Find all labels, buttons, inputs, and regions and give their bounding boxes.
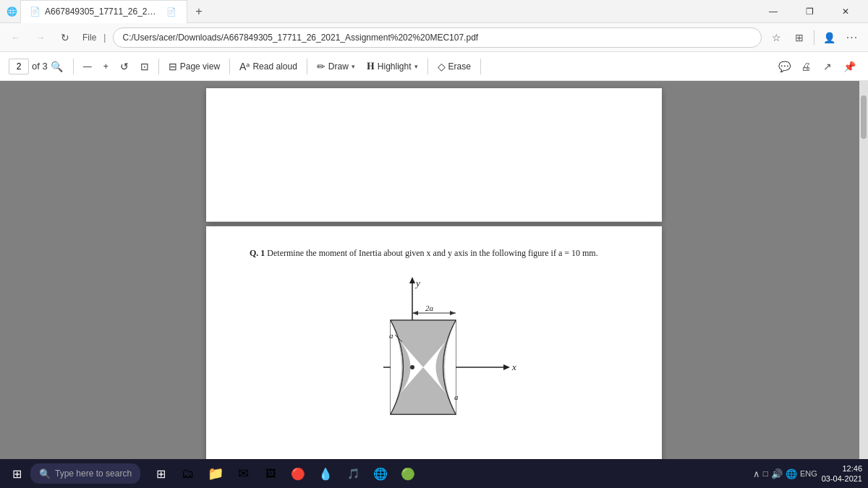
toolbar-separator-3 [229,59,230,74]
refresh-button[interactable]: ↻ [55,27,75,48]
system-tray: ∧ □ 🔊 🌐 ENG [753,468,817,479]
page-number-input[interactable] [9,59,29,74]
tray-expand-icon[interactable]: ∧ [753,468,760,479]
toolbar-right-icons: 💬 🖨 ↗ 📌 [774,56,859,77]
svg-marker-3 [503,364,510,370]
taskbar: ⊞ 🔍 Type here to search ⊞ 🗂 📁 ✉ 🖼 🔴 💧 🎵 … [0,459,868,488]
title-bar: 🌐 📄 A667849305_17711_26_2021_As 📄 + — ❐ … [0,0,868,23]
active-tab[interactable]: 📄 A667849305_17711_26_2021_As 📄 [20,0,187,23]
page-view-button[interactable]: ⊟ Page view [163,56,225,77]
search-icon[interactable]: 🔍 [51,61,63,72]
share-button[interactable]: ↗ [817,56,838,77]
svg-text:x: x [511,361,516,372]
taskbar-app-edge[interactable]: 🌐 [367,461,393,487]
toolbar-separator-4 [307,59,307,74]
pdf-pages: Q. 1 Determine the moment of Inertia abo… [206,88,662,459]
svg-text:a: a [389,331,393,340]
figure-container: y x O [250,273,618,432]
taskbar-app-vlc[interactable]: 🎵 [340,461,366,487]
taskbar-right: ∧ □ 🔊 🌐 ENG 12:46 03-04-2021 [753,463,862,484]
file-indicator: File [82,33,96,43]
tray-volume-icon[interactable]: 🔊 [771,468,783,479]
svg-text:y: y [414,278,420,288]
tray-lang-icon[interactable]: ENG [800,469,817,478]
pdf-page-top [206,88,662,222]
zoom-in-button[interactable]: + [98,56,114,77]
page-view-icon: ⊟ [169,61,177,72]
pin-button[interactable]: 📌 [839,56,859,77]
taskbar-app-firefox[interactable]: 🔴 [285,461,311,487]
svg-marker-12 [450,311,456,315]
svg-marker-1 [409,277,415,283]
forward-button[interactable]: → [30,27,51,48]
taskbar-clock[interactable]: 12:46 03-04-2021 [822,463,862,484]
page-total: of 3 [32,61,48,72]
taskbar-app-photo[interactable]: 🖼 [258,461,284,487]
address-bar: ← → ↻ File | ☆ ⊞ 👤 ··· [0,23,868,52]
highlight-icon: 𝐇 [367,60,375,72]
close-button[interactable]: ✕ [829,0,862,23]
address-input[interactable] [113,27,762,48]
taskbar-app-folder[interactable]: 📁 [203,461,229,487]
read-aloud-icon: Aᵃ [239,61,250,72]
tray-network-icon[interactable]: 🌐 [786,468,797,479]
svg-marker-11 [412,311,418,315]
pdf-page-top-content [206,88,662,222]
minimize-button[interactable]: — [757,0,790,23]
pdf-page-bottom: Q. 1 Determine the moment of Inertia abo… [206,226,662,459]
title-bar-left: 🌐 📄 A667849305_17711_26_2021_As 📄 + [6,0,208,23]
fit-button[interactable]: ⊡ [135,56,154,77]
taskbar-app-chrome[interactable]: 🟢 [395,461,421,487]
rotate-button[interactable]: ↺ [115,56,134,77]
tab-close-button[interactable]: 📄 [165,7,178,17]
toolbar-separator-6 [480,59,481,74]
taskbar-app-dropbox[interactable]: 💧 [312,461,339,487]
restore-button[interactable]: ❐ [793,0,826,23]
svg-text:a: a [454,393,459,401]
erase-button[interactable]: ◇ Erase [433,56,476,77]
highlight-button[interactable]: 𝐇 Highlight ▾ [362,56,423,77]
svg-point-17 [410,365,414,369]
path-separator: | [103,33,106,43]
pdf-toolbar: of 3 🔍 — + ↺ ⊡ ⊟ Page view Aᵃ Read aloud… [0,52,868,81]
svg-text:2a: 2a [425,304,434,312]
start-button[interactable]: ⊞ [6,463,27,484]
browser-icon: 🌐 [6,6,17,17]
scrollbar[interactable] [859,81,868,459]
more-button[interactable]: ··· [842,27,862,48]
tray-display-icon[interactable]: □ [763,468,768,479]
search-placeholder: Type here to search [55,468,132,479]
pdf-page-bottom-content: Q. 1 Determine the moment of Inertia abo… [206,226,662,459]
addr-separator [814,30,814,45]
toolbar-separator-5 [427,59,428,74]
zoom-out-button[interactable]: — [78,56,97,77]
toolbar-separator-2 [158,59,159,74]
erase-icon: ◇ [438,61,446,72]
taskbar-app-taskview[interactable]: ⊞ [148,461,174,487]
clock-date: 03-04-2021 [822,474,862,484]
collections-button[interactable]: ⊞ [789,27,809,48]
taskbar-search[interactable]: 🔍 Type here to search [30,463,140,484]
draw-button[interactable]: ✏ Draw ▾ [312,56,360,77]
address-bar-icons: ☆ ⊞ 👤 ··· [766,27,862,48]
profile-button[interactable]: 👤 [819,27,839,48]
comment-button[interactable]: 💬 [774,56,794,77]
draw-icon: ✏ [317,61,326,72]
taskbar-apps: ⊞ 🗂 📁 ✉ 🖼 🔴 💧 🎵 🌐 🟢 [148,461,421,487]
clock-time: 12:46 [842,463,862,474]
read-aloud-button[interactable]: Aᵃ Read aloud [234,56,302,77]
scrollbar-thumb[interactable] [861,95,867,139]
toolbar-separator-1 [73,59,74,74]
back-button[interactable]: ← [6,27,26,48]
tab-pdf-icon: 📄 [30,7,41,17]
tab-title: A667849305_17711_26_2021_As [45,7,161,17]
taskbar-app-fileexplorer[interactable]: 🗂 [175,461,201,487]
figure-svg: y x O [340,273,528,432]
main-content: Q. 1 Determine the moment of Inertia abo… [0,81,868,459]
print-button[interactable]: 🖨 [796,56,816,77]
new-tab-button[interactable]: + [190,3,208,20]
page-indicator: of 3 🔍 [9,59,63,74]
favorites-button[interactable]: ☆ [766,27,786,48]
search-icon: 🔍 [39,468,51,479]
taskbar-app-mail[interactable]: ✉ [230,461,256,487]
